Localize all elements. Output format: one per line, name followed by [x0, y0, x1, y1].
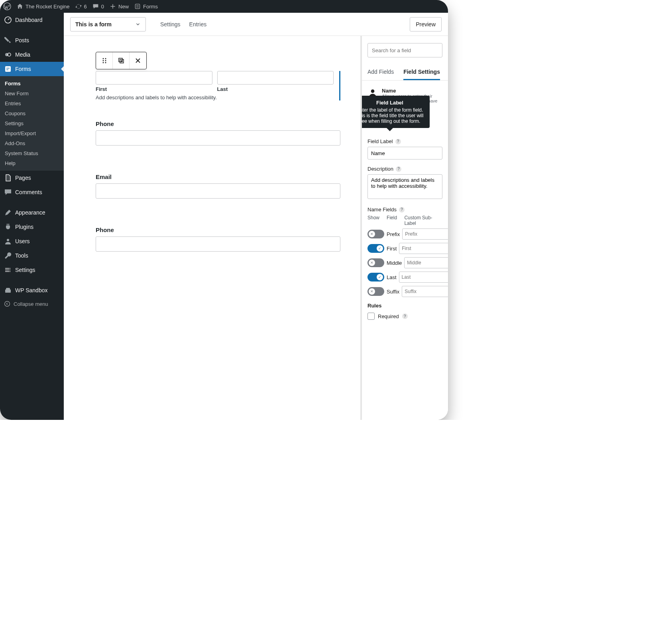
submenu-forms[interactable]: Forms: [0, 79, 64, 89]
help-icon[interactable]: ?: [395, 139, 401, 144]
menu-pages[interactable]: Pages: [0, 171, 64, 185]
submenu-import-export[interactable]: Import/Export: [0, 128, 64, 138]
menu-comments[interactable]: Comments: [0, 185, 64, 199]
sublabel-input-prefix[interactable]: [402, 228, 448, 240]
name-field-row-prefix: Prefix: [367, 228, 442, 240]
last-sublabel: Last: [217, 86, 334, 92]
help-icon[interactable]: ?: [399, 207, 405, 213]
field-email[interactable]: Email: [96, 173, 340, 199]
row-label: Suffix: [387, 289, 399, 295]
new-link[interactable]: New: [110, 3, 129, 10]
screen-link[interactable]: Forms: [134, 3, 158, 10]
menu-wp-sandbox[interactable]: WP Sandbox: [0, 283, 64, 297]
toggle-middle[interactable]: [367, 258, 384, 267]
updates-link[interactable]: 6: [75, 3, 87, 10]
email-input[interactable]: [96, 183, 340, 199]
form-canvas: First Last Add descriptions and labels t…: [64, 36, 360, 420]
field-label-input[interactable]: [367, 147, 442, 159]
help-icon[interactable]: ?: [396, 166, 401, 172]
wordpress-logo-icon[interactable]: [3, 2, 11, 10]
tab-add-fields[interactable]: Add Fields: [367, 65, 394, 80]
svg-point-6: [7, 239, 9, 241]
form-selector[interactable]: This is a form: [70, 17, 146, 32]
menu-plugins[interactable]: Plugins: [0, 220, 64, 234]
updates-count: 6: [84, 4, 87, 10]
delete-button[interactable]: [130, 52, 146, 69]
toggle-suffix[interactable]: [367, 287, 384, 296]
field-label: Phone: [96, 226, 340, 233]
comments-count: 0: [101, 4, 104, 10]
description-input[interactable]: [367, 174, 442, 199]
menu-forms[interactable]: Forms: [0, 62, 64, 76]
duplicate-button[interactable]: [113, 52, 130, 69]
toggle-last[interactable]: [367, 273, 384, 282]
last-name-input[interactable]: [217, 71, 334, 85]
row-label: First: [387, 246, 397, 252]
comments-link[interactable]: 0: [92, 3, 104, 10]
site-link[interactable]: The Rocket Engine: [17, 3, 70, 10]
submenu-add-ons[interactable]: Add-Ons: [0, 138, 64, 148]
settings-panel: Add Fields Field Settings Name Allows us…: [360, 36, 448, 420]
submenu-system-status[interactable]: System Status: [0, 148, 64, 158]
required-label: Required: [378, 313, 399, 319]
phone-input-2[interactable]: [96, 236, 340, 252]
editor-topbar: This is a form Settings Entries Preview: [64, 13, 448, 36]
menu-appearance[interactable]: Appearance: [0, 205, 64, 220]
phone-input[interactable]: [96, 130, 340, 146]
setting-name-fields: Name Fields ?: [367, 207, 442, 213]
sublabel-input-middle[interactable]: [404, 257, 448, 268]
submenu-coupons[interactable]: Coupons: [0, 108, 64, 118]
topbar-tab-settings[interactable]: Settings: [160, 21, 181, 28]
menu-tools[interactable]: Tools: [0, 248, 64, 263]
menu-users[interactable]: Users: [0, 234, 64, 248]
field-phone-2[interactable]: Phone: [96, 226, 340, 252]
submenu-entries[interactable]: Entries: [0, 98, 64, 108]
screen-label: Forms: [143, 4, 158, 10]
sidebar-item-label: Tools: [15, 252, 28, 259]
search-field-input[interactable]: [367, 43, 442, 57]
field-name[interactable]: First Last Add descriptions and labels t…: [96, 71, 340, 100]
sidebar-item-label: Pages: [15, 175, 31, 181]
menu-posts[interactable]: Posts: [0, 33, 64, 47]
chevron-down-icon: [135, 22, 141, 27]
svg-rect-1: [135, 4, 140, 8]
admin-sidebar: Dashboard Posts Media Forms Forms New Fo…: [0, 13, 64, 420]
block-toolbar: [96, 52, 147, 69]
menu-media[interactable]: Media: [0, 47, 64, 62]
submenu-help[interactable]: Help: [0, 158, 64, 168]
preview-button[interactable]: Preview: [410, 17, 442, 32]
collapse-menu[interactable]: Collapse menu: [0, 297, 64, 310]
field-label: Email: [96, 173, 340, 180]
sublabel-input-first[interactable]: [399, 243, 448, 254]
submenu-new-form[interactable]: New Form: [0, 89, 64, 98]
topbar-tab-entries[interactable]: Entries: [189, 21, 207, 28]
toggle-first[interactable]: [367, 244, 384, 253]
forms-submenu: Forms New Form Entries Coupons Settings …: [0, 76, 64, 171]
sublabel-input-last[interactable]: [399, 272, 448, 283]
submenu-settings[interactable]: Settings: [0, 118, 64, 128]
sidebar-item-label: Posts: [15, 37, 29, 43]
setting-description: Description ?: [367, 166, 442, 172]
tooltip-body: Enter the label of the form field. This …: [360, 107, 425, 124]
menu-settings[interactable]: Settings: [0, 263, 64, 277]
sublabel-input-suffix[interactable]: [402, 286, 448, 297]
menu-dashboard[interactable]: Dashboard: [0, 13, 64, 27]
name-field-row-suffix: Suffix: [367, 286, 442, 297]
close-icon: [134, 57, 142, 65]
name-field-row-middle: Middle: [367, 257, 442, 268]
toggle-prefix[interactable]: [367, 230, 384, 238]
tooltip-title: Field Label: [360, 100, 425, 106]
help-icon[interactable]: ?: [402, 313, 408, 319]
drag-handle[interactable]: [96, 52, 113, 69]
field-phone-1[interactable]: Phone: [96, 120, 340, 146]
first-sublabel: First: [96, 86, 212, 92]
required-checkbox[interactable]: [367, 313, 375, 320]
name-field-description: Add descriptions and labels to help with…: [96, 94, 334, 100]
tab-field-settings[interactable]: Field Settings: [403, 65, 440, 80]
svg-point-8: [5, 301, 10, 307]
sidebar-item-label: Dashboard: [15, 17, 43, 23]
sidebar-item-label: Forms: [15, 66, 31, 72]
setting-field-label: Field Label ?: [367, 138, 442, 144]
sidebar-item-label: WP Sandbox: [15, 287, 47, 293]
first-name-input[interactable]: [96, 71, 212, 85]
